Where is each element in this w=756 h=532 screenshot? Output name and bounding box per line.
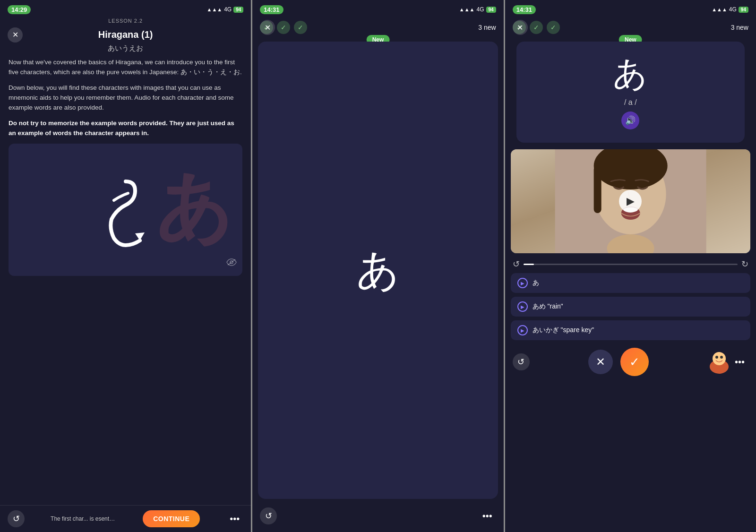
back-button-1[interactable]: ↺ (8, 510, 25, 527)
screen1-title: Hiragana (1) (98, 29, 153, 40)
status-bar-1: 14:29 ▲▲▲ 4G 94 (0, 0, 251, 17)
word-play-3[interactable]: ▶ (517, 325, 528, 335)
video-play-button[interactable]: ▶ (619, 190, 642, 213)
more-options-2[interactable]: ••• (479, 509, 496, 523)
mnemonic-bg-char: あ (155, 148, 233, 266)
screen-3: 14:31 ▲▲▲ 4G 94 ✕ ✓ ✓ ✓ 3 new New あ / a … (505, 0, 756, 532)
status-right-3: ▲▲▲ 4G 94 (712, 6, 748, 13)
screen1-header: ✕ Hiragana (1) (0, 26, 251, 42)
mnemonic-card: あ (9, 144, 242, 276)
network-2: 4G (477, 6, 484, 13)
card-char-3: あ (524, 51, 737, 96)
screen2-bottom: ↺ ••• (252, 503, 503, 532)
body-para-1: Now that we've covered the basics of Hir… (9, 58, 242, 77)
word-play-2[interactable]: ▶ (517, 301, 528, 312)
back-button-2[interactable]: ↺ (260, 507, 277, 524)
video-area-3[interactable]: ▶ (511, 149, 750, 253)
check-3: ✓ (294, 21, 307, 34)
status-right-2: ▲▲▲ 4G 94 (459, 6, 496, 13)
time-3: 14:31 (513, 5, 536, 14)
word-row-3[interactable]: ▶ あいかぎ "spare key" (511, 320, 750, 340)
time-2: 14:31 (260, 5, 283, 14)
word-text-2: あめ "rain" (533, 302, 563, 311)
word-text-3: あいかぎ "spare key" (533, 326, 594, 335)
card-romaji-3: / a / (524, 98, 737, 107)
status-right-1: ▲▲▲ 4G 94 (207, 6, 244, 13)
continue-button[interactable]: CONTINUE (143, 510, 200, 527)
flash-card-2[interactable]: あ (258, 42, 498, 499)
video-replay-btn[interactable]: ↺ (513, 259, 520, 269)
hide-icon[interactable] (226, 256, 237, 270)
status-bar-2: 14:31 ▲▲▲ 4G 94 (252, 0, 503, 17)
screen1-body: Now that we've covered the basics of Hir… (0, 58, 251, 505)
signal-icon-2: ▲▲▲ (459, 7, 475, 12)
body-para-2: Down below, you will find these characte… (9, 83, 242, 113)
video-progress-fill (524, 264, 534, 265)
time-1: 14:29 (8, 5, 31, 14)
video-controls-3: ↺ ↻ (505, 257, 756, 271)
svg-point-12 (715, 356, 718, 359)
video-progress-bar[interactable] (524, 264, 738, 265)
correct-button[interactable]: ✓ (620, 348, 649, 376)
card-container-2: New あ (258, 42, 498, 499)
new-count-3: 3 new (731, 24, 748, 31)
card-char-2: あ (356, 241, 400, 299)
svg-point-13 (720, 356, 723, 359)
back-button-3[interactable]: ↺ (513, 353, 530, 370)
screen1-subtitle: あいうえお (0, 42, 251, 58)
signal-icon-1: ▲▲▲ (207, 7, 223, 12)
svg-rect-7 (593, 166, 601, 213)
audio-button-3[interactable]: 🔊 (621, 112, 639, 129)
more-options-3[interactable]: ••• (731, 355, 748, 369)
word-row-1[interactable]: ▶ あ (511, 273, 750, 293)
wrong-button[interactable]: ✕ (588, 350, 613, 374)
new-count-2: 3 new (478, 24, 496, 31)
battery-3: 94 (739, 7, 748, 13)
screen-2: 14:31 ▲▲▲ 4G 94 ✕ ✓ ✓ ✓ 3 new New あ (252, 0, 504, 532)
close-button-1[interactable]: ✕ (8, 27, 23, 43)
mascot-svg (707, 350, 731, 374)
lesson-label: LESSON 2.2 (0, 17, 251, 26)
check-3b: ✓ (530, 21, 543, 34)
check-3c: ✓ (547, 21, 560, 34)
video-forward-btn[interactable]: ↻ (741, 259, 748, 269)
word-row-2[interactable]: ▶ あめ "rain" (511, 297, 750, 317)
screen3-bottom: ↺ ✕ ✓ ••• (505, 344, 756, 384)
svg-line-2 (228, 259, 235, 265)
word-text-1: あ (533, 279, 539, 287)
card-container-3: New あ / a / 🔊 (511, 42, 750, 143)
signal-icon-3: ▲▲▲ (712, 7, 727, 12)
screen-1: 14:29 ▲▲▲ 4G 94 LESSON 2.2 ✕ Hiragana (1… (0, 0, 251, 532)
battery-2: 94 (486, 7, 496, 13)
screen1-bottom-bar: ↺ The first char... is esented a... ciat… (0, 505, 251, 532)
mascot (707, 350, 731, 374)
network-3: 4G (729, 6, 737, 13)
bottom-preview: The first char... is esented a... ciatio… (51, 515, 117, 522)
body-para-3: Do not try to memorize the example words… (9, 119, 242, 138)
flash-card-3: あ / a / 🔊 (516, 42, 745, 143)
check-2: ✓ (277, 21, 290, 34)
network-1: 4G (224, 6, 232, 13)
close-button-3[interactable]: ✕ (513, 20, 528, 35)
svg-marker-0 (135, 232, 145, 240)
more-options-1[interactable]: ••• (226, 512, 243, 526)
mnemonic-drawing (88, 163, 163, 257)
status-bar-3: 14:31 ▲▲▲ 4G 94 (505, 0, 756, 17)
svg-point-11 (713, 352, 726, 365)
word-play-1[interactable]: ▶ (517, 278, 528, 288)
battery-1: 94 (233, 7, 243, 13)
